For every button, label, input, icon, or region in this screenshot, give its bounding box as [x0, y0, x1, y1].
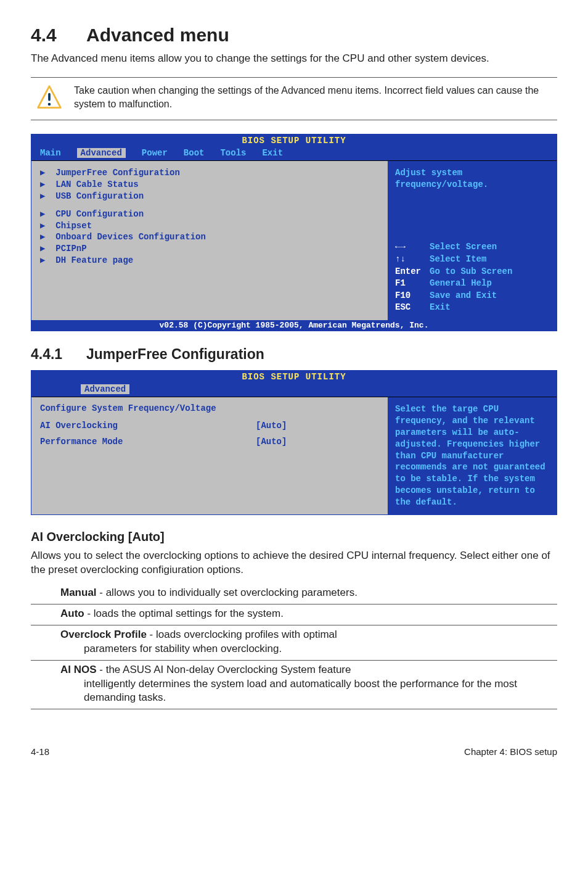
setting-label: AI Overclocking: [40, 419, 256, 432]
option-continuation: intelligently determines the system load…: [84, 677, 557, 706]
key-desc: Select Screen: [430, 242, 497, 252]
key-desc: Save and Exit: [430, 291, 497, 300]
subsection-number: 4.4.1: [31, 346, 86, 363]
option-block: AI NOS - the ASUS AI Non-delay Overclock…: [60, 663, 557, 706]
option-name: AI NOS: [60, 664, 97, 675]
divider: [31, 604, 557, 604]
bios-item: USB Configuration: [40, 191, 379, 202]
page-number: 4-18: [31, 746, 49, 757]
bios-right-desc: Adjust system frequency/voltage.: [395, 167, 549, 191]
option-line: Overclock Profile - loads overclocking p…: [60, 628, 557, 642]
key-desc: General Help: [430, 278, 492, 288]
option-name: Overclock Profile: [60, 629, 147, 640]
bios-menubar: Main Advanced Power Boot Tools Exit: [31, 147, 557, 160]
key: ESC: [395, 302, 430, 314]
option-block: Overclock Profile - loads overclocking p…: [60, 628, 557, 656]
bios-item: PCIPnP: [40, 243, 379, 255]
subsection-title-text: JumperFree Configuration: [86, 346, 264, 362]
bios-item: Onboard Devices Configuration: [40, 231, 379, 243]
key: ←→: [395, 241, 430, 254]
option-name: Manual: [60, 587, 97, 598]
option-continuation: parameters for stability when overclocki…: [84, 642, 557, 656]
bios-setting-row: Performance Mode [Auto]: [40, 435, 379, 448]
option-heading: AI Overclocking [Auto]: [31, 530, 557, 544]
divider: [31, 660, 557, 661]
svg-rect-0: [48, 93, 51, 101]
divider: [31, 709, 557, 709]
bios-item: Chipset: [40, 220, 379, 232]
chapter-label: Chapter 4: BIOS setup: [464, 746, 557, 757]
bios-menubar: Advanced: [31, 383, 557, 397]
tab-tools: Tools: [220, 148, 246, 158]
tab-advanced: Advanced: [77, 148, 126, 158]
bios-key-legend: ←→Select Screen ↑↓Select Item EnterGo to…: [395, 241, 549, 314]
warning-icon: [36, 84, 63, 113]
key: ↑↓: [395, 254, 430, 266]
bios-setting-row: AI Overclocking [Auto]: [40, 419, 379, 432]
tab-advanced: Advanced: [81, 384, 129, 394]
section-title-text: Advanced menu: [86, 25, 229, 45]
section-number: 4.4: [31, 25, 86, 46]
setting-value: [Auto]: [256, 435, 287, 448]
key-desc: Go to Sub Screen: [430, 266, 512, 276]
tab-main: Main: [40, 148, 61, 158]
bios-screenshot-main: BIOS SETUP UTILITY Main Advanced Power B…: [31, 134, 557, 331]
bios-footer: v02.58 (C)Copyright 1985-2005, American …: [31, 320, 557, 331]
option-line: AI NOS - the ASUS AI Non-delay Overclock…: [60, 663, 557, 677]
key: F1: [395, 278, 430, 290]
intro-paragraph: The Advanced menu items allow you to cha…: [31, 52, 557, 66]
bios-item: DH Feature page: [40, 255, 379, 266]
setting-label: Performance Mode: [40, 435, 256, 448]
page-footer: 4-18 Chapter 4: BIOS setup: [31, 746, 557, 757]
bios-item: LAN Cable Status: [40, 179, 379, 191]
key-desc: Exit: [430, 302, 451, 312]
section-heading: 4.4Advanced menu: [31, 25, 557, 46]
option-block: Auto - loads the optimal settings for th…: [60, 607, 557, 621]
option-line: Auto - loads the optimal settings for th…: [60, 607, 557, 621]
bios-screenshot-jumperfree: BIOS SETUP UTILITY Advanced Configure Sy…: [31, 370, 557, 515]
bios-item: JumperFree Configuration: [40, 167, 379, 179]
key: F10: [395, 290, 430, 302]
caution-text: Take caution when changing the settings …: [74, 84, 557, 110]
option-line: Manual - allows you to individually set …: [60, 586, 557, 600]
subsection-heading: 4.4.1JumperFree Configuration: [31, 346, 557, 363]
bios-section-heading: Configure System Frequency/Voltage: [40, 403, 379, 413]
divider: [31, 625, 557, 625]
key: Enter: [395, 266, 430, 278]
svg-point-1: [48, 103, 51, 106]
bios-right-desc: Select the targe CPU frequency, and the …: [395, 403, 549, 508]
setting-value: [Auto]: [256, 419, 287, 432]
tab-exit: Exit: [262, 148, 283, 158]
bios-titlebar: BIOS SETUP UTILITY: [31, 371, 557, 383]
key-desc: Select Item: [430, 254, 486, 264]
tab-boot: Boot: [184, 148, 205, 158]
caution-callout: Take caution when changing the settings …: [31, 77, 557, 120]
tab-power: Power: [142, 148, 168, 158]
bios-item: CPU Configuration: [40, 208, 379, 220]
option-body: Allows you to select the overclocking op…: [31, 549, 557, 577]
option-name: Auto: [60, 608, 84, 619]
option-block: Manual - allows you to individually set …: [60, 586, 557, 600]
bios-titlebar: BIOS SETUP UTILITY: [31, 134, 557, 147]
